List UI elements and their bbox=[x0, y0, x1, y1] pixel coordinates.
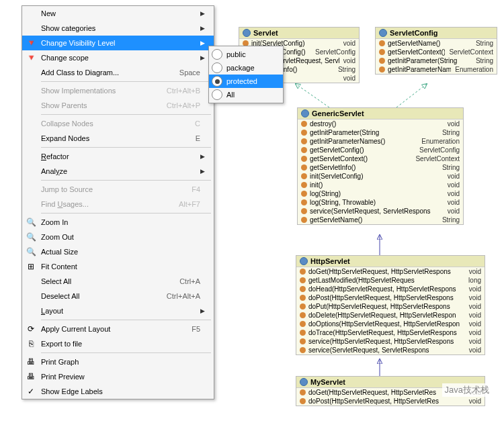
visibility-option[interactable]: package bbox=[209, 61, 283, 75]
class-title: HttpServlet bbox=[296, 256, 485, 267]
class-method: service(ServletRequest, ServletResponsvo… bbox=[296, 346, 485, 354]
menu-label: Show Implementations bbox=[40, 87, 167, 95]
submenu-arrow-icon: ▶ bbox=[200, 307, 208, 314]
menu-item[interactable]: ⊞Fit Content bbox=[22, 259, 214, 274]
class-method: doPost(HttpServletRequest, HttpServletRe… bbox=[296, 293, 485, 302]
class-method: service(ServletRequest, ServletResponsvo… bbox=[298, 207, 463, 216]
menu-label: Analyze bbox=[40, 167, 200, 175]
menu-item[interactable]: 🖶Print Preview bbox=[22, 369, 214, 384]
menu-item[interactable]: 🔻Change Visibility Level▶ bbox=[22, 36, 214, 50]
menu-item[interactable]: 🔍Zoom Out bbox=[22, 230, 214, 244]
class-title: ServletConfig bbox=[376, 28, 497, 39]
menu-icon: 🔍 bbox=[22, 218, 40, 227]
class-method: log(String, Throwable)void bbox=[298, 198, 463, 207]
class-method: getServletName()String bbox=[298, 216, 463, 224]
menu-icon: 🔍 bbox=[22, 247, 40, 256]
menu-label: Export to file bbox=[40, 340, 200, 348]
class-method: getInitParameterNames()Enumeration bbox=[376, 65, 497, 74]
visibility-option[interactable]: public bbox=[209, 48, 283, 61]
submenu-arrow-icon: ▶ bbox=[200, 54, 208, 61]
menu-label: Apply Current Layout bbox=[40, 325, 192, 333]
submenu-arrow-icon: ▶ bbox=[200, 40, 208, 46]
class-httpservlet[interactable]: HttpServletdoGet(HttpServletRequest, Htt… bbox=[296, 255, 485, 355]
menu-label: Collapse Nodes bbox=[40, 120, 195, 128]
class-method: getInitParameter(StringString bbox=[298, 128, 463, 137]
menu-label: Fit Content bbox=[40, 263, 200, 271]
menu-icon: 🖶 bbox=[22, 357, 40, 367]
watermark: Java技术栈 bbox=[442, 383, 492, 397]
menu-item[interactable]: ⎘Export to file bbox=[22, 336, 214, 351]
class-method: service(HttpServletRequest, HttpServletR… bbox=[296, 337, 485, 346]
submenu-arrow-icon: ▶ bbox=[200, 10, 208, 17]
class-servletconfig[interactable]: ServletConfiggetServletName()StringgetSe… bbox=[375, 27, 497, 75]
class-title: Servlet bbox=[239, 28, 359, 39]
menu-label: Show Parents bbox=[40, 101, 167, 109]
menu-label: Change Visibility Level bbox=[40, 39, 200, 47]
menu-icon: 🔻 bbox=[22, 53, 40, 62]
menu-item[interactable]: 🔍Zoom In bbox=[22, 215, 214, 230]
menu-item[interactable]: ✓Show Edge Labels bbox=[22, 384, 214, 399]
context-menu: New▶Show categories▶🔻Change Visibility L… bbox=[22, 5, 214, 399]
class-method: doHead(HttpServletRequest, HttpServletRe… bbox=[296, 285, 485, 293]
menu-label: Zoom Out bbox=[40, 233, 200, 241]
class-method: doDelete(HttpServletRequest, HttpServlet… bbox=[296, 311, 485, 320]
menu-item[interactable]: Deselect AllCtrl+Alt+A bbox=[22, 289, 214, 303]
menu-label: Expand Nodes bbox=[40, 134, 196, 142]
menu-icon: ✓ bbox=[22, 387, 40, 396]
radio-icon bbox=[212, 89, 222, 100]
svg-line-0 bbox=[296, 84, 329, 107]
menu-item[interactable]: Analyze▶ bbox=[22, 164, 214, 179]
menu-label: Deselect All bbox=[40, 292, 167, 300]
menu-label: Add Class to Diagram... bbox=[40, 68, 179, 77]
menu-item: Jump to SourceF4 bbox=[22, 182, 214, 197]
menu-label: Actual Size bbox=[40, 248, 200, 256]
menu-label: Select All bbox=[40, 277, 179, 285]
menu-item[interactable]: ⟳Apply Current LayoutF5 bbox=[22, 322, 214, 336]
menu-label: Show categories bbox=[40, 24, 200, 32]
menu-label: Print Graph bbox=[40, 358, 200, 366]
menu-item: Find Usages...Alt+F7 bbox=[22, 197, 214, 211]
menu-label: Find Usages... bbox=[40, 200, 179, 208]
class-method: doOptions(HttpServletRequest, HttpServle… bbox=[296, 320, 485, 328]
menu-item[interactable]: 🔍Actual Size bbox=[22, 244, 214, 259]
menu-item[interactable]: Select AllCtrl+A bbox=[22, 274, 214, 289]
menu-item[interactable]: 🖶Print Graph bbox=[22, 354, 214, 369]
menu-label: Show Edge Labels bbox=[40, 387, 200, 395]
menu-item[interactable]: Show categories▶ bbox=[22, 21, 214, 36]
class-method: getServletName()String bbox=[376, 39, 497, 48]
menu-icon: 🖶 bbox=[22, 372, 40, 381]
class-method: log(String)void bbox=[298, 189, 463, 198]
menu-item: Collapse NodesC bbox=[22, 116, 214, 131]
menu-item[interactable]: Expand NodesE bbox=[22, 131, 214, 146]
class-method: getServletConfig()ServletConfig bbox=[298, 146, 463, 154]
menu-icon: ⎘ bbox=[22, 339, 40, 348]
radio-icon bbox=[212, 62, 222, 73]
menu-label: New bbox=[40, 9, 200, 17]
class-method: getServletContext()ServletContext bbox=[376, 48, 497, 56]
menu-item[interactable]: New▶ bbox=[22, 6, 214, 21]
class-method: doPost(HttpServletRequest, HttpServletRe… bbox=[296, 397, 485, 406]
visibility-submenu: publicpackageprotectedAll bbox=[208, 46, 284, 103]
menu-label: Jump to Source bbox=[40, 185, 192, 193]
menu-icon: ⊞ bbox=[22, 262, 40, 271]
menu-item[interactable]: Add Class to Diagram...Space bbox=[22, 65, 214, 80]
class-method: getServletContext()ServletContext bbox=[298, 154, 463, 163]
visibility-option[interactable]: All bbox=[209, 88, 283, 101]
class-method: destroy()void bbox=[298, 120, 463, 128]
menu-label: Print Preview bbox=[40, 373, 200, 381]
menu-item[interactable]: 🔻Change scope▶ bbox=[22, 50, 214, 65]
menu-label: Zoom In bbox=[40, 218, 200, 226]
class-method: doTrace(HttpServletRequest, HttpServletR… bbox=[296, 328, 485, 337]
menu-item[interactable]: Layout▶ bbox=[22, 303, 214, 318]
class-method: doPut(HttpServletRequest, HttpServletRes… bbox=[296, 302, 485, 311]
menu-label: Layout bbox=[40, 307, 200, 315]
visibility-option[interactable]: protected bbox=[209, 75, 283, 88]
menu-icon: 🔻 bbox=[22, 38, 40, 48]
submenu-arrow-icon: ▶ bbox=[200, 168, 208, 175]
class-method: init(ServletConfig)void bbox=[298, 172, 463, 181]
menu-icon: ⟳ bbox=[22, 324, 40, 334]
radio-icon bbox=[212, 76, 222, 87]
class-genericservlet[interactable]: GenericServletdestroy()voidgetInitParame… bbox=[297, 107, 464, 225]
menu-item[interactable]: Refactor▶ bbox=[22, 149, 214, 164]
class-method: getInitParameterNames()Enumeration bbox=[298, 137, 463, 146]
